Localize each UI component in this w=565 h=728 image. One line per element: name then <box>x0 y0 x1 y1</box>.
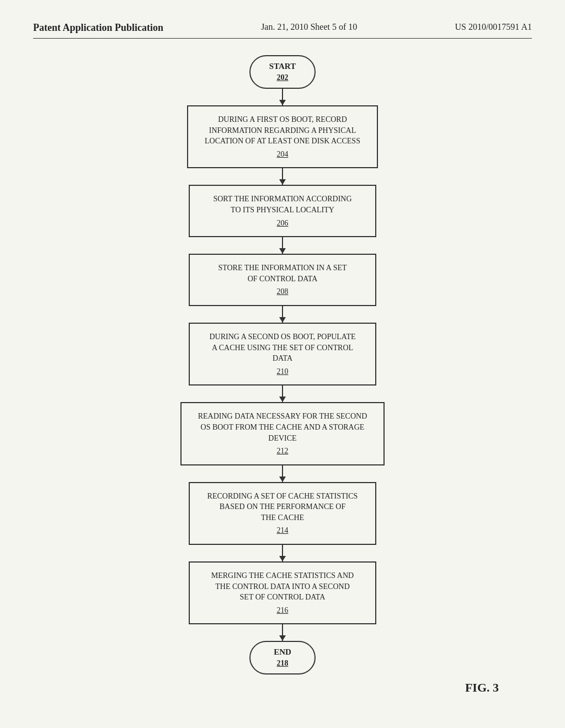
step-206-number: 206 <box>206 218 359 229</box>
step-210-text: DURING A SECOND OS BOOT, POPULATEA CACHE… <box>210 333 356 362</box>
step-204-number: 204 <box>205 149 360 160</box>
header-date-sheet: Jan. 21, 2010 Sheet 5 of 10 <box>261 22 357 32</box>
end-number: 218 <box>267 659 298 668</box>
step-212-box: READING DATA NECESSARY FOR THE SECONDOS … <box>180 402 385 465</box>
arrow-2 <box>282 168 283 185</box>
page-header: Patent Application Publication Jan. 21, … <box>33 22 532 39</box>
step-210-box: DURING A SECOND OS BOOT, POPULATEA CACHE… <box>189 323 376 386</box>
arrow-8 <box>282 624 283 641</box>
arrow-6 <box>282 465 283 482</box>
step-216-number: 216 <box>206 605 359 616</box>
flowchart: START 202 DURING A FIRST OS BOOT, RECORD… <box>33 55 532 675</box>
arrow-7 <box>282 545 283 561</box>
step-214-text: RECORDING A SET OF CACHE STATISTICSBASED… <box>207 492 358 522</box>
start-label: START <box>269 62 296 71</box>
step-204-text: DURING A FIRST OS BOOT, RECORDINFORMATIO… <box>205 115 360 145</box>
start-number: 202 <box>267 73 298 82</box>
figure-label: FIG. 3 <box>465 681 499 695</box>
page: Patent Application Publication Jan. 21, … <box>0 0 565 728</box>
arrow-1 <box>282 89 283 105</box>
step-206-text: SORT THE INFORMATION ACCORDINGTO ITS PHY… <box>213 195 351 214</box>
step-208-text: STORE THE INFORMATION IN A SETOF CONTROL… <box>218 264 347 283</box>
arrow-3 <box>282 237 283 254</box>
step-208-box: STORE THE INFORMATION IN A SETOF CONTROL… <box>189 254 376 306</box>
step-208-number: 208 <box>206 286 359 297</box>
header-publication-label: Patent Application Publication <box>33 22 163 34</box>
step-210-number: 210 <box>206 366 359 377</box>
step-216-text: MERGING THE CACHE STATISTICS ANDTHE CONT… <box>211 571 354 601</box>
step-204-box: DURING A FIRST OS BOOT, RECORDINFORMATIO… <box>187 105 378 168</box>
start-node: START 202 <box>249 55 316 89</box>
arrow-4 <box>282 306 283 323</box>
step-214-number: 214 <box>206 525 359 536</box>
step-216-box: MERGING THE CACHE STATISTICS ANDTHE CONT… <box>189 561 376 624</box>
step-212-text: READING DATA NECESSARY FOR THE SECONDOS … <box>198 412 367 442</box>
step-206-box: SORT THE INFORMATION ACCORDINGTO ITS PHY… <box>189 185 376 237</box>
end-label: END <box>274 647 291 656</box>
step-214-box: RECORDING A SET OF CACHE STATISTICSBASED… <box>189 482 376 545</box>
header-patent-number: US 2010/0017591 A1 <box>455 22 532 32</box>
end-node: END 218 <box>249 641 316 675</box>
arrow-5 <box>282 386 283 402</box>
step-212-number: 212 <box>198 446 367 457</box>
